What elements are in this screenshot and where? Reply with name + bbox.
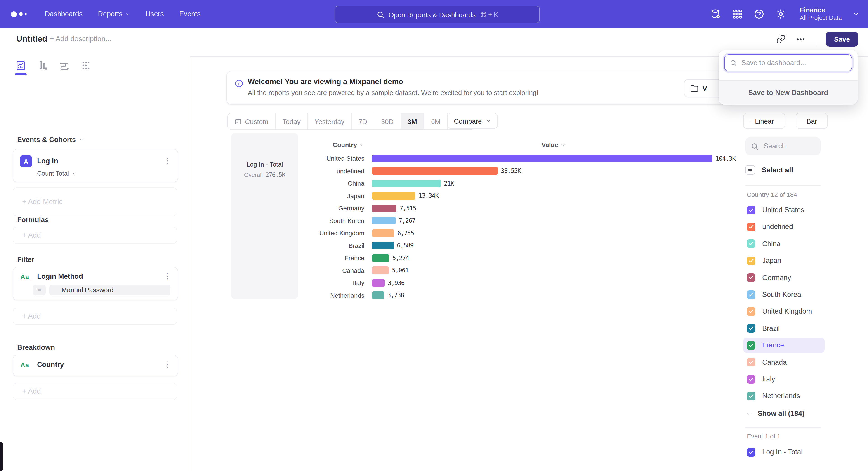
checkbox[interactable] <box>747 375 755 383</box>
chevron-down-icon <box>778 118 778 123</box>
bar-segment[interactable] <box>372 279 385 287</box>
segment-china[interactable]: China <box>743 236 825 252</box>
segment-search-input[interactable] <box>763 142 814 151</box>
breakdown-card[interactable]: Aa Country ⋮ <box>13 355 178 377</box>
segment-japan[interactable]: Japan <box>743 253 825 268</box>
events-cohorts-header[interactable]: Events & Cohorts <box>17 136 85 144</box>
dashboard-search-input[interactable] <box>741 58 842 67</box>
help-icon[interactable] <box>754 8 765 20</box>
check-icon <box>748 376 754 382</box>
segment-france[interactable]: France <box>743 337 825 353</box>
checkbox[interactable] <box>747 448 755 456</box>
tab-flows[interactable] <box>80 59 92 71</box>
add-breakdown-button[interactable]: + Add <box>13 383 177 400</box>
bar-segment[interactable] <box>372 266 389 274</box>
add-description-field[interactable]: + Add description... <box>50 35 112 43</box>
segment-united-states[interactable]: United States <box>743 202 825 217</box>
report-title[interactable]: Untitled <box>16 34 48 44</box>
check-icon <box>748 342 754 348</box>
date-range-30d[interactable]: 30D <box>374 113 401 129</box>
apps-grid-icon[interactable] <box>732 8 743 20</box>
breakdown-type-badge: Aa <box>20 361 29 369</box>
add-filter-button[interactable]: + Add <box>13 308 177 325</box>
data-management-icon[interactable] <box>710 8 721 20</box>
bar-segment[interactable] <box>372 192 415 200</box>
nav-item-label: Events <box>179 10 201 18</box>
nav-item-events[interactable]: Events <box>179 10 201 18</box>
nav-item-users[interactable]: Users <box>146 10 164 18</box>
bar-segment[interactable] <box>372 179 441 187</box>
copy-link-icon[interactable] <box>776 34 786 44</box>
checkbox[interactable] <box>747 273 755 282</box>
show-all-toggle[interactable]: Show all (184) <box>746 409 804 418</box>
segment-germany[interactable]: Germany <box>743 270 825 285</box>
column-header-country[interactable]: Country <box>333 141 364 148</box>
nav-item-reports[interactable]: Reports <box>98 10 130 18</box>
bar-segment[interactable] <box>372 254 389 262</box>
date-range-today[interactable]: Today <box>276 113 308 129</box>
segment-south-korea[interactable]: South Korea <box>743 287 825 302</box>
panel-section-divider <box>745 427 820 428</box>
bar-segment[interactable] <box>372 167 498 175</box>
mixpanel-logo-icon[interactable] <box>11 11 27 17</box>
segment-italy[interactable]: Italy <box>743 372 825 387</box>
settings-gear-icon[interactable] <box>775 8 786 20</box>
dashboard-search-box[interactable] <box>724 54 852 71</box>
tab-insights[interactable] <box>15 59 27 71</box>
project-chevron-down-icon[interactable] <box>852 10 860 18</box>
chevron-down-icon <box>486 118 491 123</box>
bar-segment[interactable] <box>372 291 384 299</box>
bar-segment[interactable] <box>372 154 712 162</box>
bar-segment[interactable] <box>372 229 394 237</box>
date-range-yesterday[interactable]: Yesterday <box>308 113 351 129</box>
checkbox[interactable] <box>747 223 755 231</box>
event-log-in---total[interactable]: Log In - Total <box>743 444 825 460</box>
tab-funnels[interactable] <box>37 59 49 71</box>
nav-item-dashboards[interactable]: Dashboards <box>45 10 83 18</box>
date-range-6m[interactable]: 6M <box>424 113 448 129</box>
bar-segment[interactable] <box>372 242 394 249</box>
segment-canada[interactable]: Canada <box>743 354 825 370</box>
checkbox[interactable] <box>747 256 755 265</box>
project-scope: All Project Data <box>800 14 842 22</box>
checkbox[interactable] <box>747 341 755 350</box>
bar-segment[interactable] <box>372 204 397 212</box>
checkbox[interactable] <box>747 307 755 316</box>
date-range-7d[interactable]: 7D <box>352 113 374 129</box>
segment-united-kingdom[interactable]: United Kingdom <box>743 304 825 319</box>
segment-undefined[interactable]: undefined <box>743 219 825 235</box>
select-all-checkbox[interactable] <box>745 165 755 175</box>
segment-brazil[interactable]: Brazil <box>743 321 825 336</box>
checkbox-label: France <box>762 341 784 349</box>
column-header-value[interactable]: Value <box>541 141 565 148</box>
active-tab-indicator <box>15 73 27 75</box>
check-icon <box>748 292 754 297</box>
segment-netherlands[interactable]: Netherlands <box>743 388 825 404</box>
save-button[interactable]: Save <box>826 32 858 47</box>
bar-segment[interactable] <box>372 217 396 225</box>
more-actions-icon[interactable] <box>796 34 806 44</box>
checkbox[interactable] <box>747 392 755 401</box>
compare-button[interactable]: Compare <box>447 113 498 129</box>
checkbox[interactable] <box>747 206 755 214</box>
checkbox[interactable] <box>747 324 755 333</box>
checkbox[interactable] <box>747 240 755 248</box>
checkbox-label: China <box>762 240 780 248</box>
checkbox[interactable] <box>747 290 755 299</box>
select-all-row[interactable]: Select all <box>745 165 793 175</box>
bar-row-netherlands: Netherlands3,738 <box>0 290 741 301</box>
segment-search-box[interactable] <box>745 137 820 155</box>
global-search-button[interactable]: Open Reports & Dashboards ⌘ + K <box>335 6 540 23</box>
checkbox[interactable] <box>747 358 755 366</box>
save-to-new-dashboard-button[interactable]: Save to New Dashboard <box>719 80 858 105</box>
search-icon <box>751 142 758 150</box>
date-range-custom[interactable]: Custom <box>228 113 276 129</box>
breakdown-property-name[interactable]: Country <box>37 361 64 369</box>
date-range-3m[interactable]: 3M <box>401 113 424 129</box>
tab-retention[interactable] <box>58 59 70 71</box>
scale-selector-button[interactable]: Linear <box>743 113 785 129</box>
project-switcher[interactable]: Finance All Project Data <box>800 6 842 22</box>
chart-type-button[interactable]: Bar <box>796 113 828 129</box>
breakdown-menu-icon[interactable]: ⋮ <box>164 361 171 368</box>
bar-category-label: Netherlands <box>256 292 364 299</box>
